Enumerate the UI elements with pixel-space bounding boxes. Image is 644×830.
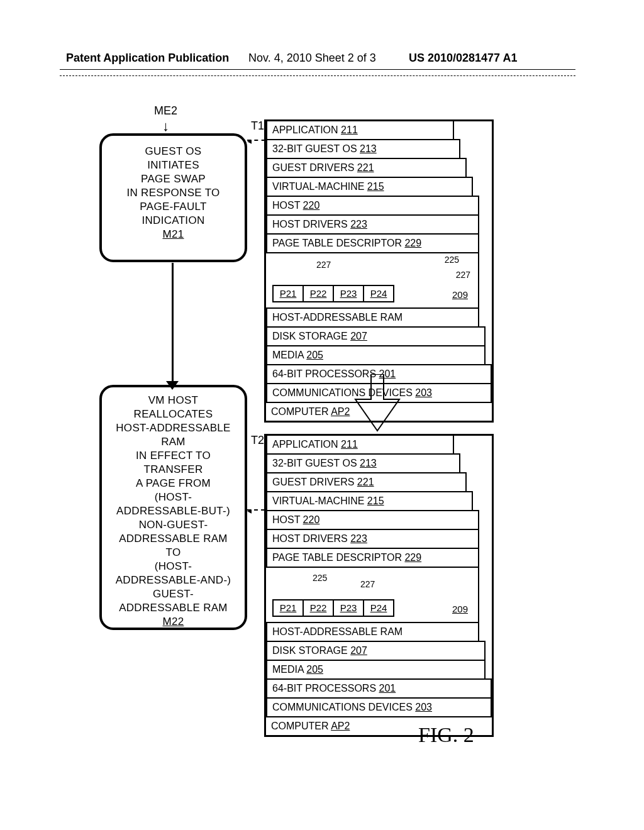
m22-line: GUEST- [102,587,245,601]
m21-line: INDICATION [102,214,245,228]
layer-ref: 203 [415,387,432,398]
layer-virtual-machine: VIRTUAL-MACHINE 215 [266,491,473,511]
layer-label: MEDIA [272,664,304,675]
layer-processors: 64-BIT PROCESSORS 201 [266,678,492,699]
m22-line: ADDRESSABLE-BUT-) [102,504,245,518]
ram-ref-209: 209 [452,604,468,614]
layer-label: DISK STORAGE [272,331,348,341]
m22-line: TO [102,546,245,560]
time-t2-label: T2 [251,434,264,447]
layer-host-drivers: HOST DRIVERS 223 [266,529,479,549]
m21-line: PAGE-FAULT [102,200,245,214]
layer-label: HOST [272,514,300,525]
page-p24: P24 [363,599,394,617]
layer-ref: 221 [357,477,374,487]
m22-line: (HOST- [102,560,245,573]
ram-caption: HOST-ADDRESSABLE RAM [266,307,479,328]
layer-ref: 213 [360,143,377,154]
lead-227: 227 [360,579,375,589]
figure-caption: FIG. 2 [418,723,474,747]
layer-ref: AP2 [331,721,350,731]
layer-page-table-descriptor: PAGE TABLE DESCRIPTOR 229 [266,548,479,568]
layer-media: MEDIA 205 [266,660,486,680]
layer-disk-storage: DISK STORAGE 207 [266,641,486,661]
patent-figure-page: Patent Application Publication Nov. 4, 2… [0,0,644,830]
header-left: Patent Application Publication [66,52,229,65]
m22-line: RAM [102,435,245,449]
layer-guest-drivers: GUEST DRIVERS 221 [266,472,467,492]
step-m21-box: GUEST OS INITIATES PAGE SWAP IN RESPONSE… [99,133,247,262]
m21-line: INITIATES [102,158,245,172]
layer-host: HOST 220 [266,510,479,530]
layer-label: HOST [272,200,300,211]
layer-label: HOST-ADDRESSABLE RAM [272,626,402,637]
layer-ref: 229 [404,552,421,563]
layer-guest-os: 32-BIT GUEST OS 213 [266,139,460,159]
layer-label: MEDIA [272,350,304,360]
lead-227b: 227 [456,270,470,280]
layer-label: PAGE TABLE DESCRIPTOR [272,552,402,563]
layer-ref: 215 [367,495,384,506]
m22-line: (HOST- [102,490,245,504]
step-m22-box: VM HOST REALLOCATES HOST-ADDRESSABLE RAM… [99,385,247,630]
layer-ref: 211 [341,124,358,135]
layer-label: GUEST DRIVERS [272,477,354,487]
layer-ref: 220 [303,200,320,211]
m21-line: IN RESPONSE TO [102,186,245,200]
layer-ref: 215 [367,181,384,192]
header-right: US 2010/0281477 A1 [409,52,517,65]
layer-ref: 205 [306,350,323,360]
layer-ref: 207 [350,331,367,341]
layer-disk-storage: DISK STORAGE 207 [266,326,486,346]
layer-ref: 205 [306,664,323,675]
layer-ref: 207 [350,645,367,656]
layer-ref: 223 [350,533,367,544]
layer-ref: 220 [303,514,320,525]
layer-label: 32-BIT GUEST OS [272,143,357,154]
host-addressable-ram-area: 225 227 P21 P22 P23 P24 209 [265,567,479,623]
down-arrow-icon: ↓ [162,118,169,135]
layer-label: HOST DRIVERS [272,219,348,230]
m22-line: VM HOST [102,394,245,407]
layer-media: MEDIA 205 [266,345,486,365]
lead-225: 225 [445,255,459,265]
layer-label: DISK STORAGE [272,645,348,656]
header-dotted-rule [60,75,575,76]
me2-label: ME2 [154,104,177,118]
ram-pages: P21 P22 P23 P24 [272,285,394,302]
m22-line: TRANSFER [102,463,245,477]
host-addressable-ram-area: 227 225 227 P21 P22 P23 P24 209 [265,252,479,309]
m22-line: NON-GUEST- [102,518,245,532]
layer-label: 32-BIT GUEST OS [272,458,357,468]
m22-line: ADDRESSABLE RAM [102,601,245,615]
time-t1-label: T1 [251,119,264,133]
page-p24: P24 [363,285,394,302]
layer-ref: 213 [360,458,377,468]
layer-ref: 201 [379,683,396,694]
layer-label: VIRTUAL-MACHINE [272,181,364,192]
layer-page-table-descriptor: PAGE TABLE DESCRIPTOR 229 [266,233,479,253]
page-p21: P21 [272,599,304,617]
layer-label: 64-BIT PROCESSORS [272,683,376,694]
layer-communications: COMMUNICATIONS DEVICES 203 [266,697,492,717]
page-p22: P22 [303,599,334,617]
layer-label: COMMUNICATIONS DEVICES [272,702,413,712]
layer-label: APPLICATION [272,439,338,450]
m22-line: HOST-ADDRESSABLE [102,421,245,435]
layer-application: APPLICATION 211 [266,434,454,455]
header-rule [60,69,575,70]
layer-label: GUEST DRIVERS [272,162,354,173]
layer-host-drivers: HOST DRIVERS 223 [266,214,479,235]
layer-ref: 211 [341,439,358,450]
left-arrowhead-icon: ◂ [247,136,252,146]
layer-label: APPLICATION [272,124,338,135]
layer-label: COMPUTER [271,721,329,731]
page-p22: P22 [303,285,334,302]
lead-225: 225 [313,573,327,583]
layer-label: HOST DRIVERS [272,533,348,544]
ram-ref-209: 209 [452,289,468,300]
system-stack-t2: APPLICATION 211 32-BIT GUEST OS 213 GUES… [264,434,494,737]
layer-ref: 229 [404,238,421,248]
m22-line: ADDRESSABLE RAM [102,532,245,546]
page-p23: P23 [333,285,364,302]
